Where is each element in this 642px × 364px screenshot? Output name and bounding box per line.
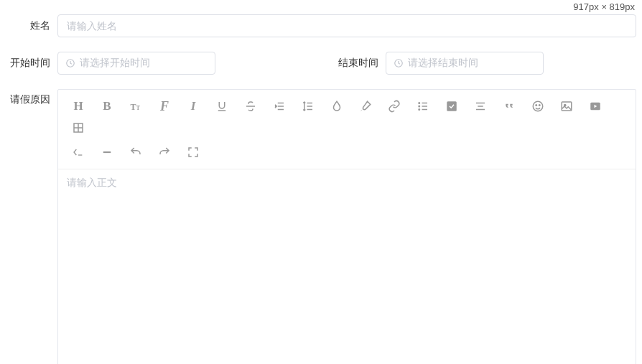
start-time-label: 开始时间: [6, 57, 57, 70]
fontsize-icon: TT: [129, 100, 142, 113]
italic-icon: I: [191, 99, 196, 113]
highlight-icon: [359, 100, 372, 113]
justify-icon: [474, 100, 487, 113]
fullscreen-icon: [187, 146, 200, 159]
end-time-label: 结束时间: [321, 57, 386, 70]
table-button[interactable]: [64, 117, 93, 139]
strikethrough-icon: [244, 100, 257, 113]
underline-icon: [215, 100, 228, 113]
end-time-input[interactable]: 请选择结束时间: [386, 52, 544, 75]
end-time-group: 结束时间 请选择结束时间: [321, 52, 636, 75]
dimension-label: 917px × 819px: [573, 1, 635, 12]
list-icon: [417, 100, 429, 113]
reason-row: 请假原因 HBTTFI 请输入正文: [6, 89, 636, 364]
rich-text-editor: HBTTFI 请输入正文: [57, 89, 636, 364]
quote-button[interactable]: [495, 95, 524, 117]
svg-point-24: [539, 105, 541, 106]
reason-label: 请假原因: [6, 89, 57, 106]
heading-icon: H: [73, 99, 83, 113]
fullscreen-button[interactable]: [179, 141, 208, 163]
editor-toolbar: HBTTFI: [58, 90, 636, 169]
bold-button[interactable]: B: [93, 95, 121, 117]
video-icon: [589, 100, 602, 113]
end-time-placeholder: 请选择结束时间: [408, 57, 478, 70]
name-label: 姓名: [6, 19, 57, 32]
highlight-button[interactable]: [351, 95, 380, 117]
fontsize-button[interactable]: TT: [121, 95, 150, 117]
code-icon: [71, 146, 85, 158]
color-button[interactable]: [322, 95, 351, 117]
start-time-group: 开始时间 请选择开始时间: [6, 52, 321, 75]
underline-button[interactable]: [208, 95, 236, 117]
indent-icon: [273, 100, 286, 113]
clock-icon: [394, 58, 404, 68]
svg-point-13: [419, 106, 420, 107]
svg-text:T: T: [136, 105, 140, 111]
justify-button[interactable]: [466, 95, 495, 117]
todo-icon: [445, 100, 458, 113]
image-icon: [560, 100, 573, 113]
todo-button[interactable]: [437, 95, 466, 117]
start-time-placeholder: 请选择开始时间: [80, 57, 150, 70]
color-icon: [330, 100, 343, 113]
indent-button[interactable]: [265, 95, 294, 117]
emoji-icon: [531, 100, 544, 113]
name-row: 姓名: [6, 14, 636, 37]
quote-icon: [502, 101, 516, 112]
video-button[interactable]: [581, 95, 610, 117]
lineheight-button[interactable]: [294, 95, 322, 117]
fontfamily-button[interactable]: F: [150, 95, 179, 117]
divider-icon: [101, 146, 113, 159]
code-button[interactable]: [64, 141, 93, 163]
svg-text:T: T: [131, 102, 136, 112]
bold-icon: B: [103, 99, 111, 113]
name-input[interactable]: [57, 14, 636, 37]
italic-button[interactable]: I: [179, 95, 208, 117]
clock-icon: [65, 58, 75, 68]
divider-button[interactable]: [93, 141, 121, 163]
strikethrough-button[interactable]: [236, 95, 265, 117]
svg-rect-18: [447, 101, 457, 111]
emoji-button[interactable]: [524, 95, 552, 117]
link-button[interactable]: [380, 95, 409, 117]
svg-point-12: [419, 103, 420, 104]
undo-button[interactable]: [121, 141, 150, 163]
svg-point-23: [536, 105, 537, 106]
redo-icon: [158, 146, 171, 159]
lineheight-icon: [302, 100, 315, 113]
svg-point-22: [533, 101, 543, 111]
table-icon: [72, 121, 85, 134]
fontfamily-icon: F: [160, 99, 169, 114]
editor-body[interactable]: 请输入正文: [58, 169, 636, 364]
link-icon: [388, 100, 401, 113]
redo-button[interactable]: [150, 141, 179, 163]
image-button[interactable]: [552, 95, 581, 117]
svg-point-14: [419, 109, 420, 111]
start-time-input[interactable]: 请选择开始时间: [57, 52, 215, 75]
undo-icon: [129, 146, 142, 159]
time-row: 开始时间 请选择开始时间 结束时间 请选择结束时间: [6, 52, 636, 75]
heading-button[interactable]: H: [64, 95, 93, 117]
list-button[interactable]: [409, 95, 437, 117]
